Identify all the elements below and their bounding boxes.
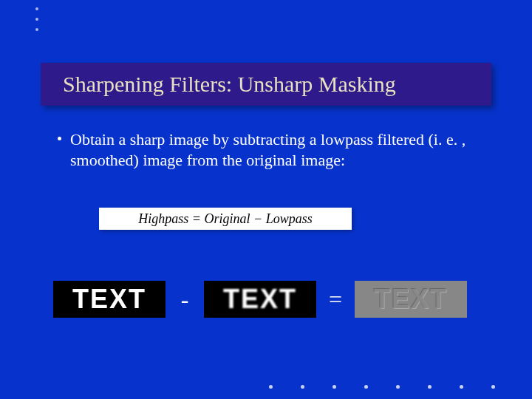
dot [364,385,368,389]
dot [460,385,463,389]
illustration-row: TEXT - TEXT = TEXT [53,281,467,318]
dot [428,385,432,389]
equals-operator: = [327,286,344,313]
dot [269,385,273,389]
dot [35,18,38,21]
slide-title: Sharpening Filters: Unsharp Masking [63,72,396,97]
highpass-text: TEXT [374,284,448,315]
bullet-item: Obtain a sharp image by subtracting a lo… [58,129,494,170]
dot [491,385,495,389]
lowpass-image-block: TEXT [204,281,316,318]
dot [396,385,400,389]
highpass-image-block: TEXT [355,281,467,318]
dot [35,28,38,31]
dot [301,385,304,389]
decorative-dots-top [35,7,38,31]
formula-box: Highpass = Original − Lowpass [99,208,352,230]
minus-operator: - [176,286,194,313]
bullet-icon [58,137,61,140]
decorative-dots-bottom [269,385,495,389]
lowpass-text: TEXT [223,284,297,315]
original-text: TEXT [72,284,146,315]
dot [35,7,38,10]
bullet-text: Obtain a sharp image by subtracting a lo… [70,129,494,170]
slide-title-bar: Sharpening Filters: Unsharp Masking [41,63,491,106]
formula-text: Highpass = Original − Lowpass [138,211,312,227]
dot [332,385,336,389]
original-image-block: TEXT [53,281,166,318]
